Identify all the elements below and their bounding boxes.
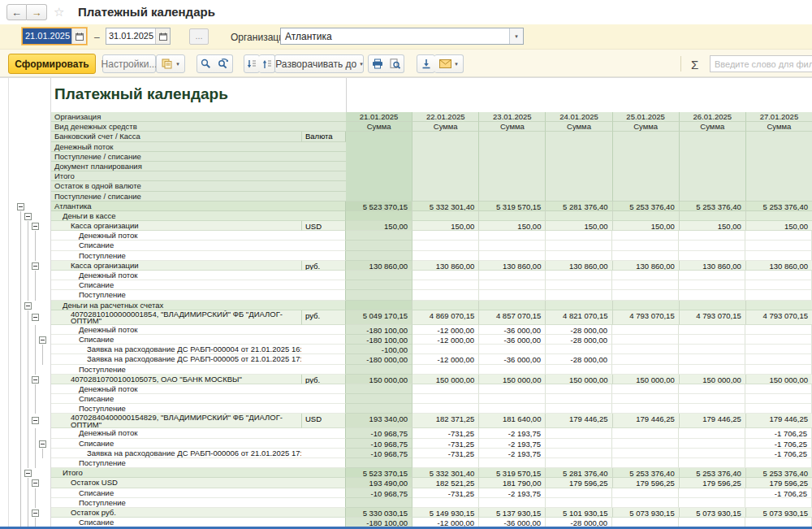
amount-cell bbox=[479, 498, 546, 508]
table-row[interactable]: 40702810700100105075, ОАО "БАНК МОСКВЫ"р… bbox=[9, 375, 812, 384]
table-row[interactable]: Остаток руб.5 330 030,155 149 930,155 13… bbox=[9, 508, 812, 518]
table-row[interactable]: Касса организациируб.130 860,00130 860,0… bbox=[9, 261, 812, 271]
date-column-header[interactable]: 21.01.2025 bbox=[346, 112, 412, 122]
amount-cell: 179 596,25 bbox=[546, 478, 612, 488]
calendar-button[interactable] bbox=[71, 28, 86, 44]
table-row[interactable]: Денежный поток bbox=[9, 231, 812, 241]
date-column-header[interactable]: 22.01.2025 bbox=[412, 112, 479, 122]
collapse-expander[interactable] bbox=[24, 470, 32, 477]
table-row[interactable]: Касса организацииUSD150,00150,00150,0015… bbox=[9, 221, 812, 231]
table-row[interactable]: Списание-10 968,75-731,25-2 193,75-1 706… bbox=[9, 439, 812, 449]
collapse-expander[interactable] bbox=[32, 314, 39, 321]
amount-cell: 5 523 370,15 bbox=[346, 468, 412, 478]
table-row[interactable]: Поступление bbox=[9, 365, 812, 375]
currency-cell bbox=[301, 335, 346, 345]
tree-gutter bbox=[9, 152, 51, 162]
tree-guide-line bbox=[28, 251, 28, 261]
collapse-expander[interactable] bbox=[32, 262, 39, 270]
table-row[interactable]: Деньги на расчетных счетах bbox=[9, 301, 812, 310]
table-row[interactable]: Денежный поток bbox=[9, 271, 812, 280]
tree-gutter bbox=[9, 414, 51, 428]
filter-input[interactable] bbox=[710, 55, 812, 72]
period-options-button[interactable]: ... bbox=[189, 28, 209, 45]
tree-guide-line bbox=[35, 498, 36, 508]
tree-guide-line bbox=[20, 221, 21, 231]
collapse-expander[interactable] bbox=[32, 223, 39, 230]
date-column-header[interactable]: 25.01.2025 bbox=[613, 112, 680, 122]
back-button[interactable]: ← bbox=[6, 4, 27, 20]
forward-button[interactable]: → bbox=[27, 4, 47, 20]
currency-cell bbox=[301, 478, 346, 488]
table-row[interactable]: Итого5 523 370,155 332 301,405 319 570,1… bbox=[9, 468, 812, 478]
print-button[interactable] bbox=[368, 54, 387, 73]
row-values bbox=[346, 384, 812, 394]
collapse-expander[interactable] bbox=[32, 509, 39, 517]
table-row[interactable]: Заявка на расходование ДС РАБП-000005 от… bbox=[9, 354, 812, 364]
table-row[interactable]: Денежный поток bbox=[9, 384, 812, 394]
generate-button[interactable]: Сформировать bbox=[8, 54, 96, 74]
table-row[interactable]: Поступление bbox=[9, 404, 812, 414]
print-preview-button[interactable] bbox=[386, 54, 404, 73]
expand-rows-button[interactable] bbox=[259, 54, 275, 73]
table-row[interactable]: Заявка на расходование ДС РАБП-000004 от… bbox=[9, 345, 812, 354]
table-row[interactable]: Заявка на расходование ДС РАБП-000006 от… bbox=[9, 449, 812, 458]
table-row[interactable]: Списание bbox=[9, 280, 812, 290]
table-row[interactable]: Списание bbox=[9, 394, 812, 404]
email-button[interactable]: ▾ bbox=[434, 54, 464, 73]
table-row[interactable]: Списание bbox=[9, 241, 812, 250]
table-row[interactable]: Поступление bbox=[9, 251, 812, 261]
collapse-expander[interactable] bbox=[17, 203, 24, 210]
date-column-header[interactable]: 24.01.2025 bbox=[546, 112, 612, 122]
organization-select[interactable]: Атлантика ▾ bbox=[280, 28, 524, 45]
date-column-header[interactable]: 27.01.2025 bbox=[746, 112, 812, 122]
search-button[interactable] bbox=[197, 54, 215, 73]
tree-guide-line bbox=[28, 354, 28, 364]
date-to-input[interactable]: 31.01.2025 bbox=[106, 28, 155, 44]
favorite-star-icon[interactable]: ☆ bbox=[54, 5, 64, 20]
tree-guide-line bbox=[20, 404, 21, 414]
tree-gutter bbox=[9, 365, 51, 375]
amount-cell bbox=[612, 345, 679, 354]
expand-to-button[interactable]: Разворачивать до ▾ bbox=[274, 54, 364, 73]
collapse-expander[interactable] bbox=[24, 213, 32, 220]
date-column-header[interactable]: 23.01.2025 bbox=[479, 112, 546, 122]
calendar-button[interactable] bbox=[155, 28, 170, 44]
date-from-input[interactable]: 21.01.2025 bbox=[23, 28, 71, 44]
table-row[interactable]: Деньги в кассе bbox=[9, 211, 812, 221]
date-from-field[interactable]: 21.01.2025 bbox=[22, 28, 87, 45]
amount-cell: 150 000,00 bbox=[412, 375, 479, 384]
collapse-expander[interactable] bbox=[39, 336, 46, 344]
table-row[interactable]: Поступление bbox=[9, 290, 812, 300]
save-button[interactable] bbox=[417, 54, 435, 73]
date-to-field[interactable]: 31.01.2025 bbox=[106, 28, 171, 45]
dropdown-button[interactable]: ▾ bbox=[509, 28, 523, 44]
search-next-button[interactable] bbox=[214, 54, 233, 73]
tree-guide-line bbox=[42, 354, 43, 364]
currency-cell: USD bbox=[301, 414, 346, 428]
amount-cell: -10 968,75 bbox=[346, 428, 412, 438]
table-row[interactable]: 40702810100000001854, "ВЛАДИМИРСКИЙ" ФБ … bbox=[9, 310, 812, 325]
settings-button[interactable]: Настройки... bbox=[102, 54, 156, 73]
collapse-expander[interactable] bbox=[32, 417, 39, 424]
table-row[interactable]: 40702840400000154829, "ВЛАДИМИРСКИЙ" ФБ … bbox=[9, 414, 812, 428]
amount-cell bbox=[412, 251, 479, 261]
collapse-expander[interactable] bbox=[32, 376, 39, 384]
row-label: Денежный поток bbox=[51, 428, 301, 438]
table-row[interactable]: Атлантика5 523 370,155 332 301,405 319 5… bbox=[9, 202, 812, 211]
collapse-expander[interactable] bbox=[39, 440, 46, 448]
amount-cell bbox=[679, 251, 745, 261]
table-row[interactable]: Остаток USD193 490,00182 521,25181 790,0… bbox=[9, 478, 812, 488]
table-row[interactable]: Денежный поток-10 968,75-731,25-2 193,75… bbox=[9, 428, 812, 438]
table-row[interactable]: Поступление bbox=[9, 458, 812, 468]
table-row[interactable]: Поступление bbox=[9, 498, 812, 508]
table-row[interactable]: Списание-10 968,75-731,25-2 193,75-1 706… bbox=[9, 488, 812, 498]
table-row[interactable]: Денежный поток-180 100,00-12 000,00-36 0… bbox=[9, 325, 812, 335]
collapse-expander[interactable] bbox=[24, 302, 32, 310]
collapse-rows-button[interactable] bbox=[244, 54, 260, 73]
sum-column-header: Сумма bbox=[346, 122, 412, 132]
report-variants-button[interactable]: ▾ bbox=[156, 54, 185, 73]
table-row[interactable]: Списание-180 100,00-12 000,00-36 000,00-… bbox=[9, 335, 812, 345]
collapse-expander[interactable] bbox=[32, 479, 39, 487]
date-column-header[interactable]: 26.01.2025 bbox=[680, 112, 746, 122]
amount-cell bbox=[745, 345, 812, 354]
